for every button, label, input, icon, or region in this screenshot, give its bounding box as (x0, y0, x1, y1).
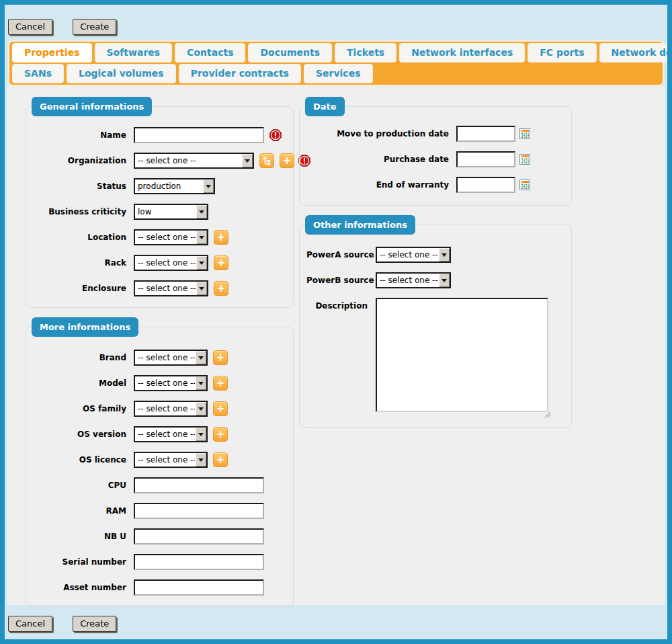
form-row-purchase-date: Purchase date (306, 151, 564, 167)
form-row-asset-number: Asset number (33, 579, 286, 596)
cancel-button[interactable]: Cancel (8, 19, 52, 35)
tab-network-devices[interactable]: Network devices (599, 43, 672, 63)
form-row-os-version: OS version -- select one -- + (33, 426, 286, 442)
form-row-move-to-production-date: Move to production date (306, 126, 564, 142)
form-row-business-criticity: Business criticity low (33, 204, 286, 220)
dropdown-arrow-icon (196, 282, 207, 295)
required-warning-icon (269, 129, 282, 141)
tab-logical-volumes[interactable]: Logical volumes (67, 64, 176, 83)
location-select-value: -- select one -- (135, 231, 196, 244)
tab-network-interfaces[interactable]: Network interfaces (399, 43, 525, 63)
tab-row-1: Properties Softwares Contacts Documents … (11, 42, 661, 63)
dropdown-arrow-icon (241, 154, 253, 167)
form-row-serial-number: Serial number (33, 554, 286, 570)
organization-select[interactable]: -- select one -- (134, 153, 254, 169)
os-version-select[interactable]: -- select one -- (134, 426, 208, 442)
tab-contacts[interactable]: Contacts (175, 43, 245, 63)
os-family-select[interactable]: -- select one -- (134, 401, 208, 417)
os-family-label: OS family (33, 401, 134, 417)
asset-number-label: Asset number (33, 579, 134, 596)
name-input[interactable] (134, 127, 264, 143)
tab-documents[interactable]: Documents (248, 43, 332, 63)
description-label: Description (306, 298, 376, 314)
form-row-nb-u: NB U (33, 528, 286, 545)
brand-label: Brand (33, 350, 134, 366)
brand-select[interactable]: -- select one -- (134, 350, 208, 366)
cpu-input[interactable] (134, 477, 264, 493)
os-licence-select[interactable]: -- select one -- (134, 452, 208, 468)
create-button[interactable]: Create (73, 19, 116, 35)
rack-label: Rack (33, 255, 134, 271)
powera-source-select[interactable]: -- select one -- (376, 247, 451, 263)
ram-label: RAM (33, 503, 134, 519)
cancel-button[interactable]: Cancel (8, 616, 52, 632)
more-informations-fieldset: More informations Brand -- select one --… (26, 327, 294, 607)
dropdown-arrow-icon (196, 205, 207, 218)
tab-services[interactable]: Services (304, 64, 373, 83)
status-select[interactable]: production (134, 178, 215, 194)
tab-tickets[interactable]: Tickets (335, 43, 396, 63)
powera-source-select-value: -- select one -- (377, 248, 438, 261)
enclosure-select[interactable]: -- select one -- (134, 280, 208, 296)
other-informations-fieldset: Other informations PowerA source -- sele… (299, 225, 572, 428)
purchase-date-input[interactable] (456, 151, 515, 167)
powerb-source-select[interactable]: -- select one -- (376, 272, 451, 288)
os-version-label: OS version (33, 426, 134, 442)
dropdown-arrow-icon (438, 248, 450, 261)
brand-select-value: -- select one -- (135, 351, 195, 364)
calendar-button[interactable] (519, 179, 530, 190)
add-os-family-button[interactable]: + (213, 401, 228, 416)
tab-softwares[interactable]: Softwares (95, 43, 173, 63)
move-to-production-date-input[interactable] (456, 126, 515, 142)
form-row-organization: Organization -- select one -- + (33, 153, 286, 169)
dropdown-arrow-icon (202, 179, 214, 193)
form-row-description: Description (306, 298, 564, 415)
powerb-source-select-value: -- select one -- (377, 274, 438, 287)
add-location-button[interactable]: + (214, 230, 228, 245)
ram-input[interactable] (134, 503, 264, 519)
business-criticity-select-value: low (135, 205, 196, 218)
tab-properties[interactable]: Properties (12, 43, 92, 63)
form-row-cpu: CPU (33, 477, 286, 493)
dropdown-arrow-icon (195, 376, 206, 390)
form-row-powera-source: PowerA source -- select one -- (306, 247, 564, 263)
model-select[interactable]: -- select one -- (134, 375, 208, 391)
add-organization-button[interactable]: + (280, 153, 294, 168)
add-os-licence-button[interactable]: + (213, 452, 228, 467)
os-licence-select-value: -- select one -- (135, 453, 195, 467)
add-os-version-button[interactable]: + (213, 427, 228, 442)
rack-select[interactable]: -- select one -- (134, 255, 208, 271)
asset-number-input[interactable] (134, 579, 264, 596)
add-enclosure-button[interactable]: + (214, 281, 228, 296)
model-select-value: -- select one -- (135, 376, 195, 390)
hierarchy-tree-button[interactable] (259, 153, 274, 168)
form-row-name: Name (33, 127, 286, 143)
calendar-button[interactable] (519, 128, 530, 139)
calendar-icon (519, 128, 530, 139)
form-row-status: Status production (33, 178, 286, 194)
location-select[interactable]: -- select one -- (134, 229, 208, 245)
add-model-button[interactable]: + (213, 376, 228, 391)
calendar-button[interactable] (519, 154, 530, 165)
organization-select-value: -- select one -- (135, 154, 241, 167)
add-rack-button[interactable]: + (214, 255, 228, 270)
tab-fc-ports[interactable]: FC ports (528, 43, 596, 63)
create-button[interactable]: Create (73, 616, 116, 632)
add-brand-button[interactable]: + (213, 350, 228, 365)
section-title-badge: Other informations (305, 215, 415, 235)
nb-u-input[interactable] (134, 528, 264, 545)
end-of-warranty-input[interactable] (456, 177, 515, 193)
description-textarea[interactable] (376, 298, 548, 412)
nb-u-label: NB U (33, 528, 134, 545)
general-informations-fieldset: General informations Name Organization -… (26, 106, 294, 308)
business-criticity-select[interactable]: low (134, 204, 208, 220)
end-of-warranty-label: End of warranty (306, 177, 456, 193)
purchase-date-label: Purchase date (306, 151, 456, 167)
rack-select-value: -- select one -- (135, 256, 196, 270)
location-label: Location (33, 229, 134, 245)
serial-number-input[interactable] (134, 554, 264, 570)
tab-provider-contracts[interactable]: Provider contracts (179, 64, 301, 83)
tab-sans[interactable]: SANs (12, 64, 64, 83)
resize-grip-icon[interactable] (544, 408, 551, 421)
tab-bar: Properties Softwares Contacts Documents … (8, 40, 664, 86)
